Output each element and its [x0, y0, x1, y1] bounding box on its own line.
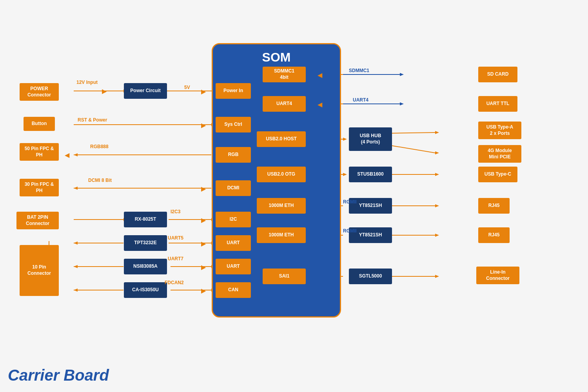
rj45-1-connector: RJ45 [478, 198, 510, 214]
sys-ctrl-block: Sys Ctrl [216, 117, 251, 132]
svg-marker-35 [343, 138, 347, 141]
usb-hub-block: USB HUB(4 Ports) [349, 127, 392, 151]
svg-line-38 [388, 145, 435, 153]
som-title: SOM [213, 50, 340, 65]
svg-marker-7 [74, 153, 78, 156]
nsi83085a-block: NSI83085A [124, 259, 167, 274]
usb20otg-block: USB2.0 OTG [257, 167, 306, 182]
svg-marker-37 [435, 131, 439, 134]
svg-marker-33 [400, 102, 404, 105]
power-connector: POWER Connector [20, 83, 59, 101]
arrow-uart4-left: ◀ [318, 101, 322, 108]
svg-marker-47 [435, 204, 439, 207]
rx-8025t-block: RX-8025T [124, 212, 167, 227]
label-5v: 5V [184, 85, 190, 90]
label-sdmmc1: SDMMC1 [349, 68, 369, 73]
label-fdcan2: FDCAN2 [165, 280, 184, 285]
30pin-fpc: 30 Pin FPC & PH [20, 179, 59, 196]
button-connector: Button [24, 117, 55, 131]
arrow-rgb: ◀ [65, 151, 69, 159]
label-dcmi: DCMI 8 Bit [88, 178, 112, 183]
arrow-uart5: ▶ [201, 240, 206, 247]
sgtl5000-block: SGTL5000 [349, 269, 392, 284]
arrow-i2c: ▶ [201, 216, 206, 224]
tpt3232e-block: TPT3232E [124, 235, 167, 251]
4g-module-connector: 4G ModuleMini PCIE [478, 145, 521, 163]
sd-card-connector: SD CARD [478, 67, 517, 82]
can-block: CAN [216, 282, 251, 298]
eth1-block: 1000M ETH [257, 198, 306, 214]
arrow-5v: ▶ [201, 88, 206, 95]
svg-marker-9 [74, 187, 78, 190]
rj45-2-connector: RJ45 [478, 227, 510, 243]
rgb-block: RGB [216, 147, 251, 163]
svg-marker-39 [435, 151, 439, 154]
arrow-uart7: ▶ [201, 263, 206, 271]
dcmi-block: DCMI [216, 180, 251, 196]
svg-marker-55 [435, 275, 439, 278]
uart1-block: UART [216, 235, 251, 251]
diagram: SOM Power In Sys Ctrl RGB DCMI I2C UART … [8, 24, 580, 345]
svg-marker-43 [435, 173, 439, 176]
arrow-dcmi: ▶ [201, 185, 206, 192]
svg-marker-17 [74, 265, 78, 268]
svg-marker-27 [400, 73, 404, 76]
arrow-12v: ▶ [102, 87, 107, 95]
eth2-block: 1000M ETH [257, 227, 306, 243]
arrow-sdmmc1-left: ◀ [318, 71, 322, 79]
svg-marker-51 [435, 234, 439, 237]
usb-typea-connector: USB Type-A2 x Ports [478, 122, 521, 139]
linein-connector: Line-InConnector [476, 267, 519, 284]
arrow-fdcan2: ▶ [201, 287, 206, 294]
ca-is3050u-block: CA-IS3050U [124, 282, 167, 298]
label-rst-power: RST & Power [78, 117, 107, 123]
svg-marker-19 [74, 289, 78, 292]
50pin-fpc: 50 Pin FPC & PH [20, 143, 59, 161]
bat-2pin: BAT 2PIN Connector [16, 212, 59, 229]
label-i2c3: I2C3 [171, 209, 180, 214]
label-rgb888: RGB888 [90, 144, 109, 149]
stusb1600-block: STUSB1600 [349, 167, 392, 182]
power-circuit-block: Power Circuit [124, 83, 167, 99]
carrier-board-title: Carrier Board [8, 367, 109, 384]
arrow-rst: ▶ [201, 122, 206, 129]
label-rgmii2: RGMII [343, 228, 357, 234]
usb20host-block: USB2.0 HOST [257, 131, 306, 147]
10pin-connector: 10 PinConnector [20, 245, 59, 296]
label-rgmii1: RGMII [343, 199, 357, 205]
power-in-block: Power In [216, 83, 251, 99]
label-uart4: UART4 [353, 97, 368, 103]
label-uart7: UART7 [168, 256, 183, 261]
label-12v-input: 12V Input [76, 80, 98, 85]
sai1-block: SAI1 [263, 269, 306, 284]
sdmmc1-block: SDMMC14bit [263, 67, 306, 82]
usb-typec-connector: USB Type-C [478, 167, 517, 182]
uart4-block: UART4 [263, 96, 306, 112]
svg-marker-41 [343, 173, 347, 176]
i2c-block: I2C [216, 212, 251, 227]
svg-line-36 [388, 132, 435, 133]
svg-marker-15 [74, 241, 78, 245]
label-uart5: UART5 [168, 235, 183, 241]
uart-ttl-connector: UART TTL [478, 96, 517, 112]
uart2-block: UART [216, 259, 251, 274]
